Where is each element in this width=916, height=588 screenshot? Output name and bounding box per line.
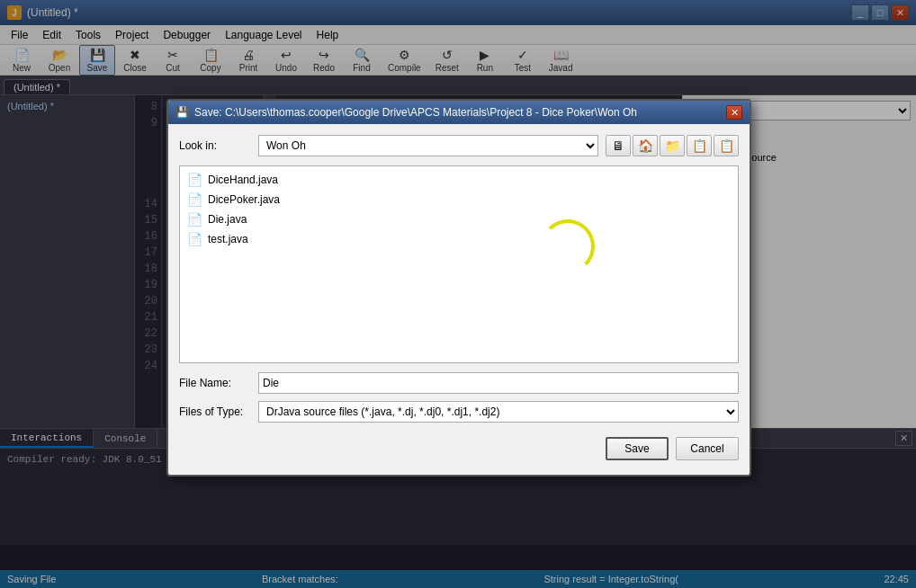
files-of-type-row: Files of Type: DrJava source files (*.ja… xyxy=(179,401,739,423)
dialog-overlay: 💾 Save: C:\Users\thomas.cooper\Google Dr… xyxy=(0,0,916,588)
file-name-dicehand: DiceHand.java xyxy=(208,174,278,186)
dialog-body: Look in: Won Oh 🖥 🏠 📁 📋 📋 📄 Dice xyxy=(168,124,750,475)
dialog-title: Save: C:\Users\thomas.cooper\Google Driv… xyxy=(194,106,726,119)
file-list[interactable]: 📄 DiceHand.java 📄 DicePoker.java 📄 Die.j… xyxy=(179,165,739,363)
dialog-close-button[interactable]: ✕ xyxy=(726,105,742,120)
save-dialog: 💾 Save: C:\Users\thomas.cooper\Google Dr… xyxy=(166,99,751,477)
file-item-test[interactable]: 📄 test.java xyxy=(184,229,734,249)
file-list-container: 📄 DiceHand.java 📄 DicePoker.java 📄 Die.j… xyxy=(179,165,739,363)
file-item-die[interactable]: 📄 Die.java xyxy=(184,209,734,229)
dialog-home-button[interactable]: 🏠 xyxy=(633,135,658,156)
file-icon-test: 📄 xyxy=(187,232,202,246)
look-in-dropdown[interactable]: Won Oh xyxy=(258,135,598,156)
file-item-dicepoker[interactable]: 📄 DicePoker.java xyxy=(184,190,734,209)
dialog-save-icon: 💾 xyxy=(175,106,189,119)
dialog-computer-button[interactable]: 🖥 xyxy=(606,135,631,156)
look-in-label: Look in: xyxy=(179,139,251,152)
file-name-label: File Name: xyxy=(179,377,251,389)
file-name-row: File Name: xyxy=(179,372,739,394)
files-of-type-dropdown[interactable]: DrJava source files (*.java, *.dj, *.dj0… xyxy=(258,401,739,423)
file-name-input[interactable] xyxy=(258,372,739,394)
file-icon-dicepoker: 📄 xyxy=(187,192,202,207)
dialog-toolbar-buttons: 🖥 🏠 📁 📋 📋 xyxy=(606,135,739,156)
dialog-view-button[interactable]: 📋 xyxy=(714,135,739,156)
spinner-ring xyxy=(541,219,595,273)
file-icon-die: 📄 xyxy=(187,212,202,227)
dialog-new-folder-button[interactable]: 📋 xyxy=(687,135,712,156)
dialog-titlebar: 💾 Save: C:\Users\thomas.cooper\Google Dr… xyxy=(168,101,750,124)
file-name-dicepoker: DicePoker.java xyxy=(208,193,280,206)
file-item-dicehand[interactable]: 📄 DiceHand.java xyxy=(184,170,734,190)
dialog-folder-button[interactable]: 📁 xyxy=(660,135,685,156)
dialog-save-button[interactable]: Save xyxy=(606,437,669,460)
look-in-row: Look in: Won Oh 🖥 🏠 📁 📋 📋 xyxy=(179,135,739,156)
dialog-footer: Save Cancel xyxy=(179,430,739,464)
file-name-die: Die.java xyxy=(208,213,247,226)
file-name-test: test.java xyxy=(208,233,248,245)
loading-spinner xyxy=(541,219,595,273)
dialog-cancel-button[interactable]: Cancel xyxy=(676,437,739,460)
file-icon-dicehand: 📄 xyxy=(187,173,202,187)
files-of-type-label: Files of Type: xyxy=(179,405,251,418)
